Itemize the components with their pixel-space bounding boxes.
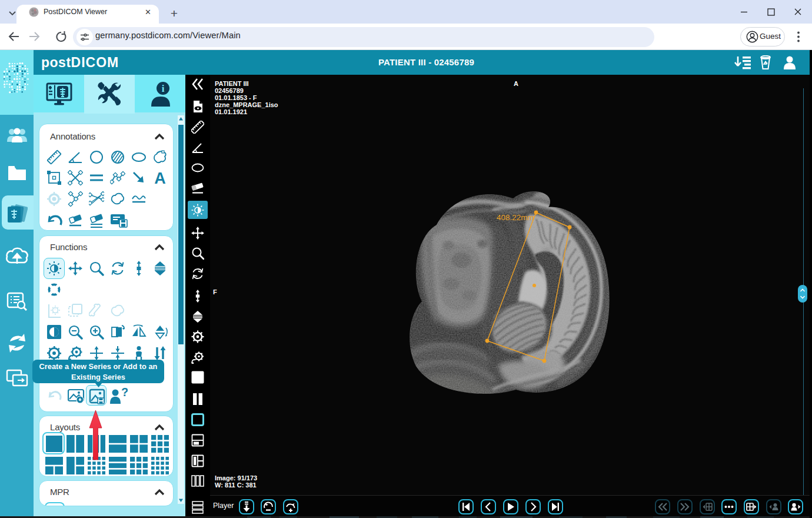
svg-text:408.22mm: 408.22mm <box>497 213 534 222</box>
svg-text:A: A <box>154 170 166 185</box>
svg-text:?: ? <box>121 388 128 399</box>
svg-text:i: i <box>162 83 165 94</box>
